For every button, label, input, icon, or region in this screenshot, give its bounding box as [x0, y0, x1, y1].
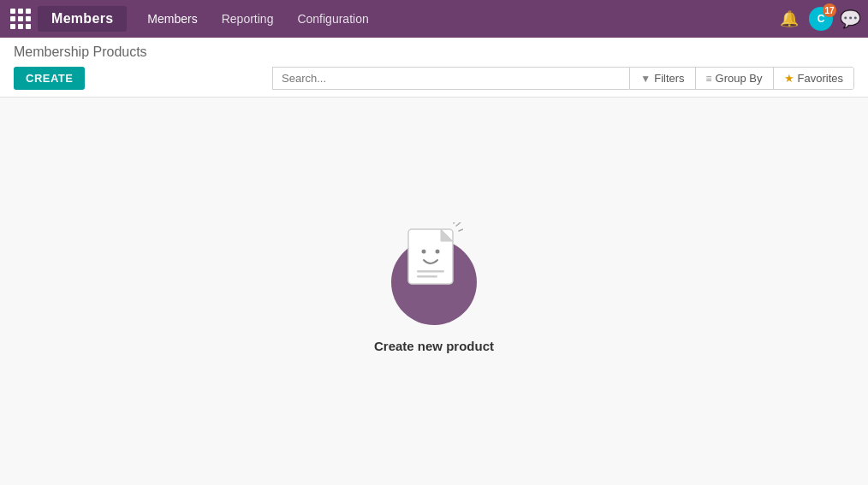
- filters-button[interactable]: ▼ Filters: [630, 68, 694, 89]
- document-icon: [405, 222, 463, 291]
- subheader: Membership Products CREATE ▼ Filters ≡ G…: [0, 38, 868, 98]
- chat-icon[interactable]: 💬: [840, 9, 861, 29]
- nav-menu: Members Reporting Configuration: [137, 5, 378, 33]
- top-navigation: Members Members Reporting Configuration …: [0, 0, 868, 38]
- filters-label: Filters: [654, 72, 684, 85]
- toolbar: CREATE ▼ Filters ≡ Group By ★ Favorites: [14, 67, 854, 97]
- svg-point-1: [422, 250, 426, 254]
- page-title: Membership Products: [14, 44, 854, 60]
- svg-line-5: [456, 222, 461, 226]
- notifications-icon[interactable]: 🔔: [776, 6, 802, 32]
- apps-menu-button[interactable]: [7, 5, 34, 33]
- create-button[interactable]: CREATE: [14, 67, 85, 90]
- groupby-button[interactable]: ≡ Group By: [695, 68, 773, 89]
- main-content: Create new product: [0, 98, 868, 478]
- svg-rect-4: [417, 275, 437, 278]
- svg-line-7: [454, 222, 456, 223]
- user-badge-count: 17: [823, 3, 836, 17]
- empty-illustration: [383, 222, 485, 325]
- brand-logo[interactable]: Members: [38, 6, 127, 32]
- empty-state: Create new product: [374, 222, 494, 353]
- filter-buttons: ▼ Filters ≡ Group By ★ Favorites: [629, 67, 854, 90]
- user-avatar[interactable]: C 17: [809, 7, 833, 31]
- nav-item-reporting[interactable]: Reporting: [211, 5, 284, 33]
- apps-grid-icon: [10, 9, 31, 29]
- nav-item-configuration[interactable]: Configuration: [287, 5, 378, 33]
- search-input[interactable]: [272, 67, 629, 90]
- favorites-label: Favorites: [798, 72, 843, 85]
- empty-state-label: Create new product: [374, 339, 494, 353]
- svg-line-6: [459, 229, 463, 231]
- filter-icon: ▼: [640, 73, 651, 85]
- groupby-label: Group By: [716, 72, 763, 85]
- svg-point-2: [436, 250, 440, 254]
- search-bar: ▼ Filters ≡ Group By ★ Favorites: [272, 67, 854, 90]
- favorites-button[interactable]: ★ Favorites: [773, 68, 853, 89]
- favorites-star-icon: ★: [784, 72, 794, 85]
- topnav-right-section: 🔔 C 17 💬: [776, 6, 861, 32]
- svg-rect-3: [417, 270, 444, 273]
- nav-item-members[interactable]: Members: [137, 5, 207, 33]
- groupby-icon: ≡: [706, 73, 712, 85]
